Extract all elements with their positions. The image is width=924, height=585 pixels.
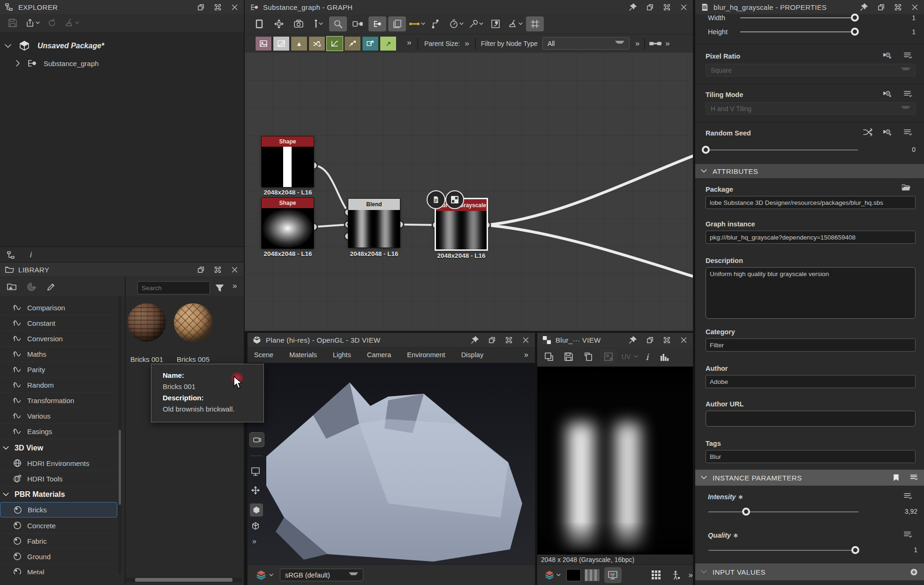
screenshot-icon[interactable] [290,16,308,31]
parameter-menu-icon[interactable] [903,51,912,60]
attributes-section-header[interactable]: ATTRIBUTES [695,164,924,178]
list-item[interactable]: Random [0,377,117,393]
float-icon[interactable] [876,2,886,12]
info-icon[interactable]: i [30,251,32,259]
description-textarea[interactable]: Uniform high quality blur grayscale vers… [706,267,916,319]
display-mode-icon[interactable] [251,467,260,476]
list-item-fabric[interactable]: Fabric [0,533,117,549]
display-gamma-icon[interactable] [604,567,622,583]
input-values-header[interactable]: INPUT VALUES [695,563,924,580]
chips-more-icon[interactable]: » [407,38,411,47]
link-display-icon[interactable] [648,39,662,48]
frame-all-icon[interactable] [250,16,268,31]
thumbnail-bricks-005[interactable] [174,303,212,342]
add-input-icon[interactable] [909,567,918,577]
list-item-metal[interactable]: Metal [0,564,117,574]
random-seed-knob[interactable] [702,146,710,154]
graph-view-icon[interactable] [368,16,386,31]
chevron-down-icon[interactable] [5,44,11,48]
menu-camera[interactable]: Camera [367,351,391,359]
pin-icon[interactable] [628,335,638,345]
node-comment-badge[interactable] [427,190,445,209]
list-item-hdri-tools[interactable]: HDRI Tools [0,471,117,487]
clean-icon[interactable] [63,15,81,30]
author-input[interactable]: Adobe [706,375,916,388]
width-slider[interactable] [740,17,859,18]
maximize-icon[interactable] [662,335,671,345]
background-pattern-swatch[interactable] [585,569,599,581]
package-input[interactable]: lobe Substance 3D Designer/resources/pac… [706,196,916,209]
close-icon[interactable] [230,2,239,12]
preset-menu-icon[interactable] [909,473,918,482]
search-input[interactable] [137,281,210,294]
uv-dropdown[interactable]: UV [622,353,638,360]
filter-funnel-icon[interactable] [215,283,224,292]
intensity-knob[interactable] [742,508,750,516]
image-transform-icon[interactable] [600,349,617,364]
color-layers-icon[interactable] [543,568,556,582]
list-item[interactable]: Parity [0,362,117,377]
menu-lights[interactable]: Lights [333,351,351,359]
node-blur-hq-grayscale[interactable]: Blur HQ Grayscale [436,199,487,249]
random-seed-slider[interactable] [706,150,858,150]
float-icon[interactable] [645,335,654,345]
close-icon[interactable] [910,2,919,12]
tree-item-package[interactable]: Unsaved Package* [0,38,104,53]
export-icon[interactable] [23,15,41,30]
float-icon[interactable] [196,2,205,12]
list-item[interactable]: Various [0,408,117,424]
tags-input[interactable]: Blur [706,450,916,463]
height-slider[interactable] [740,31,859,32]
list-item[interactable]: Constant [0,315,117,331]
parameter-menu-icon[interactable] [903,491,912,501]
list-item[interactable]: Conversion [0,331,117,346]
list-item-hdri-environments[interactable]: HDRI Environments [0,456,117,471]
filter-chip-atlas[interactable] [273,36,290,51]
expose-parameter-icon[interactable] [883,51,892,60]
maximize-icon[interactable] [662,2,671,12]
open-folder-icon[interactable] [901,183,911,192]
menu-environment[interactable]: Environment [407,351,445,359]
wireframe-cube-icon[interactable] [251,521,260,531]
list-group-3d-view[interactable]: 3D View [0,440,117,456]
author-url-input[interactable] [706,411,916,427]
menu-scene[interactable]: Scene [254,351,273,359]
link-mode-icon[interactable] [408,16,426,31]
instance-parameters-header[interactable]: INSTANCE PARAMETERS [695,470,924,486]
filter-more-icon[interactable]: » [635,39,639,48]
solid-cube-icon[interactable] [250,503,263,517]
info-icon[interactable] [309,16,327,31]
menu-display[interactable]: Display [461,351,484,359]
intensity-slider[interactable] [708,511,858,512]
float-icon[interactable] [196,265,205,274]
menu-materials[interactable]: Materials [289,351,317,359]
list-item[interactable]: Maths [0,346,117,362]
search-icon[interactable] [329,16,347,31]
bookmark-icon[interactable] [891,473,901,482]
quality-slider[interactable] [708,550,858,551]
filter-chip-curve[interactable] [326,36,343,51]
color-layers-icon[interactable] [254,568,268,582]
node-blend[interactable]: Blend [348,199,400,248]
info-icon[interactable]: i [641,349,653,364]
node-shape-2[interactable]: Shape [262,198,314,248]
list-item[interactable]: Easings [0,424,117,439]
chevron-right-icon[interactable] [16,60,20,67]
parameter-menu-icon[interactable] [903,89,912,98]
tree-item-graph[interactable]: Substance_graph [0,56,99,70]
copy-image-icon[interactable] [580,349,596,364]
filter-chip-uv[interactable] [362,36,379,51]
shuffle-icon[interactable] [863,128,872,137]
camera-settings-button[interactable] [249,432,264,447]
library-more-icon[interactable]: » [233,281,237,291]
expose-parameter-icon[interactable] [883,89,892,98]
mannequin-icon[interactable] [670,570,682,580]
close-icon[interactable] [230,265,239,274]
row-more-icon[interactable]: » [665,39,669,48]
menu-more-icon[interactable]: » [524,351,528,359]
graph-instance-input[interactable]: pkg:///blur_hq_grayscale?dependency=1508… [706,231,916,244]
filter-chip-basecolor[interactable] [255,36,272,51]
filter-chip-generator[interactable]: ↗ [380,36,397,51]
parameter-menu-icon[interactable] [903,530,912,539]
quality-knob[interactable] [851,546,859,554]
